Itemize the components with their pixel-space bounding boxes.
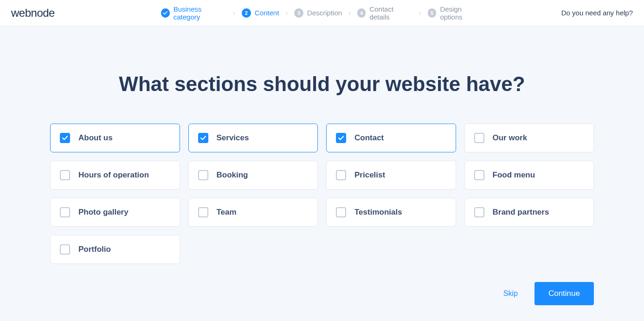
- checkbox-icon: [198, 170, 208, 180]
- checkbox-icon: [336, 207, 346, 217]
- option-label: Testimonials: [354, 208, 402, 217]
- step-content[interactable]: 2 Content: [242, 8, 279, 18]
- step-business-category[interactable]: Business category: [161, 5, 226, 21]
- step-label: Contact details: [369, 5, 412, 21]
- option-hours-of-operation[interactable]: Hours of operation: [50, 161, 180, 190]
- step-label: Description: [307, 9, 342, 17]
- step-number: 5: [428, 8, 437, 18]
- option-label: Contact: [354, 133, 384, 143]
- checkbox-icon: [474, 207, 484, 217]
- option-label: Services: [217, 133, 249, 143]
- option-services[interactable]: Services: [188, 124, 318, 152]
- chevron-right-icon: ›: [419, 9, 421, 17]
- checkbox-icon: [60, 170, 70, 180]
- step-number: 2: [242, 8, 251, 18]
- option-label: Pricelist: [354, 170, 385, 180]
- step-description[interactable]: 3 Description: [294, 8, 342, 18]
- help-link[interactable]: Do you need any help?: [561, 9, 633, 17]
- options-grid: About usServicesContactOur workHours of …: [50, 124, 594, 264]
- chevron-right-icon: ›: [233, 9, 235, 17]
- checkbox-icon: [474, 170, 484, 180]
- option-testimonials[interactable]: Testimonials: [326, 198, 456, 227]
- option-portfolio[interactable]: Portfolio: [50, 235, 180, 264]
- chevron-right-icon: ›: [285, 9, 288, 17]
- continue-button[interactable]: Continue: [535, 282, 594, 305]
- checkbox-icon: [198, 207, 208, 217]
- option-label: Hours of operation: [78, 170, 149, 180]
- step-label: Business category: [174, 5, 226, 21]
- checkbox-icon: [60, 244, 70, 255]
- step-label: Design options: [440, 5, 483, 21]
- step-number: 4: [357, 8, 366, 18]
- checkbox-icon: [336, 170, 346, 180]
- step-contact-details[interactable]: 4 Contact details: [357, 5, 412, 21]
- option-label: Brand partners: [493, 208, 549, 217]
- option-label: Booking: [217, 170, 248, 180]
- option-about-us[interactable]: About us: [50, 124, 180, 152]
- checkbox-icon: [474, 133, 484, 143]
- chevron-right-icon: ›: [348, 9, 351, 17]
- stepper: Business category › 2 Content › 3 Descri…: [161, 5, 483, 21]
- step-label: Content: [255, 9, 279, 17]
- step-design-options[interactable]: 5 Design options: [428, 5, 483, 21]
- step-number: 3: [294, 8, 303, 18]
- logo: webnode: [11, 7, 55, 20]
- option-contact[interactable]: Contact: [326, 124, 456, 152]
- page-title: What sections should your website have?: [50, 72, 594, 96]
- option-our-work[interactable]: Our work: [464, 124, 594, 152]
- option-pricelist[interactable]: Pricelist: [326, 161, 456, 190]
- checkbox-icon: [336, 133, 346, 143]
- checkbox-icon: [60, 207, 70, 217]
- header: webnode Business category › 2 Content › …: [0, 0, 644, 26]
- option-booking[interactable]: Booking: [188, 161, 318, 190]
- checkbox-icon: [60, 133, 70, 143]
- content-area: What sections should your website have? …: [0, 26, 644, 264]
- option-label: Our work: [493, 133, 528, 143]
- option-label: Food menu: [493, 170, 535, 180]
- check-icon: [161, 8, 170, 18]
- option-brand-partners[interactable]: Brand partners: [464, 198, 594, 227]
- option-label: About us: [78, 133, 113, 143]
- checkbox-icon: [198, 133, 208, 143]
- option-food-menu[interactable]: Food menu: [464, 161, 594, 190]
- option-label: Photo gallery: [78, 208, 129, 217]
- option-photo-gallery[interactable]: Photo gallery: [50, 198, 180, 227]
- option-team[interactable]: Team: [188, 198, 318, 227]
- footer-actions: Skip Continue: [503, 282, 594, 305]
- skip-link[interactable]: Skip: [503, 289, 518, 298]
- option-label: Portfolio: [78, 245, 111, 254]
- option-label: Team: [217, 208, 237, 217]
